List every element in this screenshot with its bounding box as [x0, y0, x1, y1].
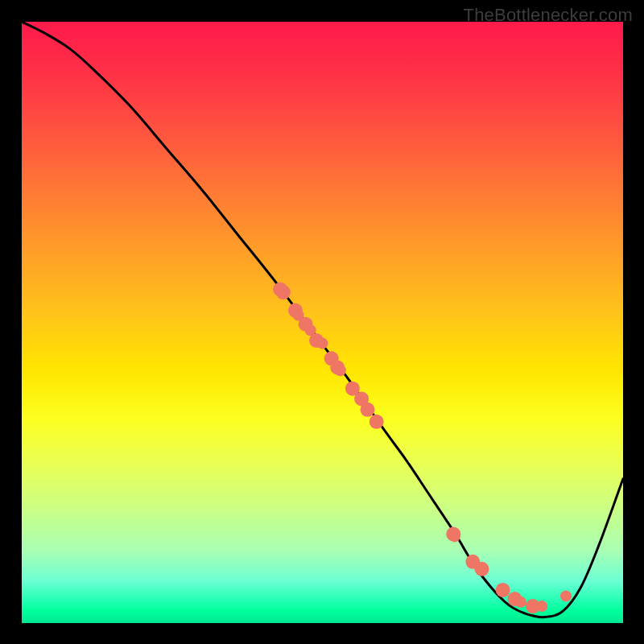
data-marker	[317, 338, 328, 349]
data-markers	[273, 282, 572, 613]
bottleneck-curve	[22, 22, 623, 617]
data-marker	[369, 415, 384, 429]
chart-container: TheBottlenecker.com	[0, 0, 644, 644]
data-marker	[449, 530, 460, 542]
plot-area	[22, 22, 623, 623]
curve-layer	[22, 22, 623, 623]
data-marker	[361, 402, 375, 417]
data-marker	[276, 285, 291, 299]
watermark-text: TheBottlenecker.com	[464, 5, 633, 26]
data-marker	[560, 590, 572, 601]
data-marker	[335, 365, 346, 376]
data-marker	[475, 562, 489, 576]
data-marker	[515, 597, 526, 608]
data-marker	[496, 583, 510, 597]
data-marker	[536, 601, 547, 612]
